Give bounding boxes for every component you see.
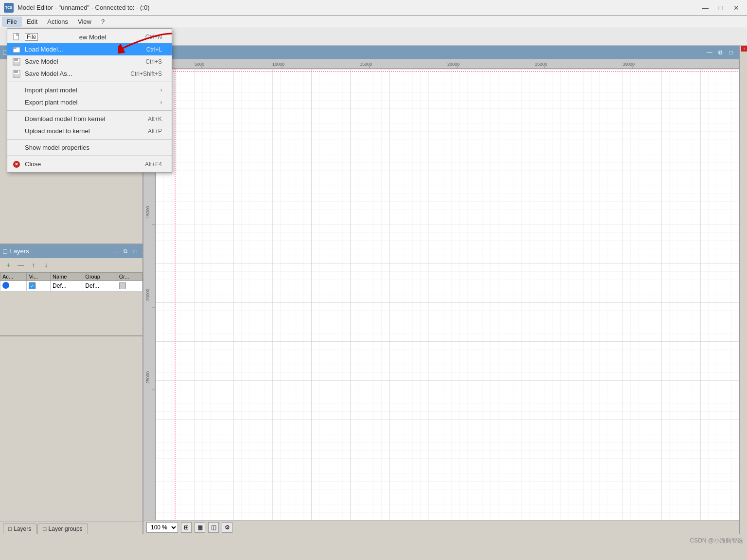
menu-export-plant[interactable]: Export plant model ›: [7, 96, 172, 108]
load-model-shortcut: Ctrl+L: [146, 46, 162, 53]
upload-kernel-shortcut: Alt+P: [148, 128, 162, 135]
download-kernel-shortcut: Alt+K: [148, 116, 162, 122]
svg-text:-15000: -15000: [145, 206, 150, 220]
menu-upload-kernel[interactable]: Upload model to kernel Alt+P: [7, 125, 172, 137]
move-layer-up-button[interactable]: ↑: [28, 260, 39, 270]
import-plant-arrow: ›: [160, 88, 162, 93]
layer-groups-tab-icon: □: [43, 525, 46, 532]
save-model-icon: [11, 56, 22, 67]
import-plant-label: Import plant model: [25, 87, 77, 94]
export-plant-label: Export plant model: [25, 99, 77, 106]
save-model-as-label: Save Model As...: [25, 70, 72, 77]
svg-text:30000: 30000: [622, 62, 635, 67]
grid-canvas[interactable]: [156, 69, 739, 520]
separator-3: [7, 139, 172, 140]
status-bar: CSDN @小海购智选: [0, 534, 747, 547]
col-active: Ac...: [0, 272, 27, 280]
ruler-top: 5000 10000 15000 20000 25000 30000: [156, 59, 739, 69]
canvas-area: ng view — ⧉ □ 5000 10000 15000: [143, 46, 739, 534]
download-kernel-label: Download model from kernel: [25, 115, 105, 122]
save-model-label: Save Model: [25, 58, 58, 65]
new-model-icon: [11, 32, 22, 42]
svg-text:10000: 10000: [272, 62, 285, 67]
canvas-with-rulers: 5000 10000 15000 20000 25000 30000: [143, 59, 739, 520]
layers-table: Ac... Vi... Name Group Gr... ✓ Def... D: [0, 272, 142, 292]
layers-panel: □ Layers — ⧉ □ + — ↑ ↓ Ac.: [0, 245, 142, 336]
svg-rect-27: [17, 34, 18, 35]
menu-actions[interactable]: Actions: [42, 17, 73, 27]
col-name: Name: [51, 272, 83, 280]
close-icon: ✕: [11, 159, 22, 170]
layer-group-cell: Def...: [83, 280, 117, 291]
close-label: Close: [25, 160, 41, 168]
canvas-header: ng view — ⧉ □: [143, 46, 739, 59]
separator-1: [7, 82, 172, 82]
menu-download-kernel[interactable]: Download model from kernel Alt+K: [7, 113, 172, 125]
canvas-maximize-btn[interactable]: □: [727, 49, 735, 56]
save-model-as-shortcut: Ctrl+Shift+S: [130, 70, 162, 77]
svg-rect-33: [14, 62, 19, 65]
menu-view[interactable]: View: [73, 17, 96, 27]
menu-edit[interactable]: Edit: [22, 17, 42, 27]
layers-minimize-btn[interactable]: —: [111, 247, 120, 255]
move-layer-down-button[interactable]: ↓: [41, 260, 52, 270]
svg-rect-32: [14, 58, 18, 61]
menu-help[interactable]: ?: [96, 17, 109, 27]
layers-toolbar: + — ↑ ↓: [0, 258, 142, 272]
file-label: File: [25, 33, 38, 41]
menu-bar: File Edit Actions View ?: [0, 16, 747, 28]
menu-new-model[interactable]: File ew Model Ctrl+N: [7, 31, 172, 43]
export-plant-arrow: ›: [160, 100, 162, 105]
layers-content: Ac... Vi... Name Group Gr... ✓ Def... D: [0, 272, 142, 335]
window-controls: — □ ✕: [698, 2, 743, 14]
layer-name-cell: Def...: [51, 280, 83, 291]
zoom-snap-btn[interactable]: ◫: [208, 522, 219, 533]
table-row[interactable]: ✓ Def... Def...: [0, 280, 142, 291]
layers-restore-btn[interactable]: ⧉: [121, 247, 130, 255]
add-layer-button[interactable]: +: [3, 260, 14, 270]
menu-close[interactable]: ✕ Close Alt+F4: [7, 158, 172, 170]
layer-gr-cell: [117, 280, 142, 291]
tab-layer-groups[interactable]: □ Layer groups: [37, 524, 88, 534]
zoom-select[interactable]: 100 % 50 % 75 % 150 % 200 %: [146, 522, 178, 533]
new-model-label: ew Model: [79, 34, 107, 41]
layer-active-cell: [0, 280, 27, 291]
upload-kernel-label: Upload model to kernel: [25, 127, 90, 135]
maximize-button[interactable]: □: [714, 2, 728, 14]
col-visible: Vi...: [27, 272, 51, 280]
svg-rect-36: [14, 74, 19, 77]
svg-text:-25000: -25000: [145, 371, 150, 385]
close-button[interactable]: ✕: [729, 2, 743, 14]
menu-save-model-as[interactable]: Save Model As... Ctrl+Shift+S: [7, 68, 172, 80]
right-scrollbar: !: [739, 46, 747, 534]
col-gr: Gr...: [117, 272, 142, 280]
zoom-options-btn[interactable]: ⚙: [222, 522, 232, 533]
menu-load-model[interactable]: Load Model... Ctrl+L: [7, 43, 172, 55]
save-model-as-icon: [11, 69, 22, 79]
status-right: CSDN @小海购智选: [690, 537, 743, 545]
remove-layer-button[interactable]: —: [16, 260, 26, 270]
layer-visible-cell: ✓: [27, 280, 51, 291]
svg-rect-29: [13, 47, 16, 49]
close-shortcut: Alt+F4: [145, 161, 162, 168]
canvas-minimize-btn[interactable]: —: [705, 49, 714, 56]
tab-layers[interactable]: □ Layers: [3, 524, 36, 534]
menu-model-properties[interactable]: Show model properties: [7, 141, 172, 154]
svg-text:5000: 5000: [195, 62, 204, 67]
tab-layer-groups-label: Layer groups: [49, 525, 83, 532]
menu-import-plant[interactable]: Import plant model ›: [7, 84, 172, 96]
title-bar: TCS Model Editor - "unnamed" - Connected…: [0, 0, 747, 16]
minimize-button[interactable]: —: [698, 2, 712, 14]
new-model-shortcut: Ctrl+N: [145, 34, 162, 40]
layers-maximize-btn[interactable]: □: [131, 247, 140, 255]
separator-4: [7, 156, 172, 156]
layers-panel-title: Layers: [10, 247, 29, 255]
svg-text:-20000: -20000: [145, 289, 150, 302]
zoom-fit-btn[interactable]: ⊞: [181, 522, 192, 533]
menu-file[interactable]: File: [2, 17, 22, 27]
menu-save-model[interactable]: Save Model Ctrl+S: [7, 55, 172, 68]
zoom-grid-btn[interactable]: ▦: [195, 522, 205, 533]
canvas-restore-btn[interactable]: ⧉: [716, 49, 725, 56]
file-dropdown-menu: File ew Model Ctrl+N Load Model... Ctrl+…: [7, 28, 172, 173]
tab-layers-label: Layers: [14, 525, 31, 532]
